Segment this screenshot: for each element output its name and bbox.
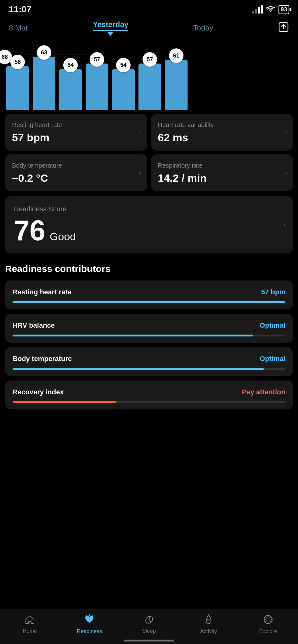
- chart-bars-container: 56635457545761: [3, 41, 295, 110]
- metric-label-temp: Body temperature: [12, 161, 140, 169]
- metric-label-hrv: Heart rate variability: [158, 121, 286, 129]
- chart-bar-1: 63: [33, 57, 55, 110]
- svg-line-8: [266, 617, 267, 618]
- battery-icon: 93: [278, 5, 289, 14]
- contributor-value-0: 57 bpm: [261, 288, 285, 296]
- chart-bar-label-0: 56: [10, 55, 25, 69]
- nav-sleep[interactable]: Sleep: [133, 614, 165, 634]
- progress-fill-1: [13, 335, 253, 336]
- nav-readiness[interactable]: Readiness: [74, 614, 105, 635]
- metric-value-temp: −0.2 °C: [12, 172, 140, 184]
- chart-bar-5: 57: [138, 64, 161, 110]
- wifi-icon: [266, 5, 275, 14]
- contributors-list: Resting heart rate57 bpmHRV balanceOptim…: [5, 280, 293, 409]
- home-icon: [25, 614, 35, 626]
- progress-bg-0: [13, 301, 285, 303]
- metric-card-hrv[interactable]: Heart rate variability 62 ms ›: [151, 114, 293, 151]
- sleep-icon: [144, 614, 154, 626]
- chevron-right-icon: ›: [139, 169, 141, 177]
- contributor-value-2: Optimal: [260, 355, 285, 363]
- readiness-score-card[interactable]: Readiness Score 76 Good ›: [5, 196, 293, 253]
- nav-home[interactable]: Home: [14, 614, 46, 634]
- chart-bar-label-2: 54: [63, 58, 78, 72]
- metric-card-rr[interactable]: Respiratory rate 14.2 / min ›: [151, 154, 293, 191]
- chevron-right-icon: ›: [285, 128, 287, 136]
- readiness-chevron-icon: ›: [283, 221, 285, 229]
- home-indicator: [124, 640, 174, 641]
- share-button[interactable]: [278, 21, 289, 35]
- contributor-card-1[interactable]: HRV balanceOptimal: [5, 314, 293, 343]
- metric-grid: Resting heart rate 57 bpm › Heart rate v…: [0, 110, 298, 195]
- progress-bg-2: [13, 368, 285, 370]
- nav-readiness-label: Readiness: [77, 628, 102, 635]
- chart-bar-fill-5: [138, 64, 161, 110]
- date-current-wrapper: Yesterday: [93, 20, 128, 36]
- chart-bar-fill-1: [33, 57, 55, 110]
- bottom-nav: Home Readiness Sleep Activity: [0, 609, 298, 644]
- progress-bg-1: [13, 335, 285, 336]
- nav-activity[interactable]: Activity: [193, 614, 224, 635]
- contributor-card-2[interactable]: Body temperatureOptimal: [5, 347, 293, 376]
- chart-bar-fill-6: [165, 60, 188, 110]
- contributor-name-1: HRV balance: [13, 321, 55, 330]
- metric-value-hrv: 62 ms: [158, 131, 286, 144]
- progress-bg-3: [13, 401, 285, 403]
- readiness-number: 76: [14, 216, 45, 245]
- chart-bar-4: 54: [112, 69, 135, 110]
- date-next[interactable]: Today: [193, 24, 213, 32]
- metric-value-rhr: 57 bpm: [12, 131, 140, 144]
- nav-explore[interactable]: Explore: [252, 614, 284, 635]
- contributors-title: Readiness contributors: [5, 264, 293, 274]
- status-bar: 11:07 93: [0, 0, 298, 17]
- status-icons: 93: [252, 5, 289, 14]
- contributors-section: Readiness contributors Resting heart rat…: [0, 257, 298, 416]
- nav-activity-label: Activity: [200, 628, 217, 635]
- chart-bar-fill-2: [59, 69, 82, 110]
- contributor-card-0[interactable]: Resting heart rate57 bpm: [5, 280, 293, 309]
- metric-label-rhr: Resting heart rate: [12, 121, 140, 129]
- date-nav: 8 Mar Yesterday Today: [0, 17, 298, 41]
- signal-icon: [252, 5, 263, 14]
- chevron-right-icon: ›: [285, 169, 287, 177]
- chart-bar-label-1: 63: [37, 45, 51, 60]
- contributor-value-3: Pay attention: [242, 388, 285, 396]
- chevron-right-icon: ›: [139, 128, 141, 136]
- svg-line-11: [266, 621, 267, 622]
- contributor-name-2: Body temperature: [13, 355, 72, 363]
- svg-line-10: [270, 617, 271, 618]
- chart-bar-fill-0: [6, 66, 29, 110]
- chart-bar-label-3: 57: [90, 52, 104, 67]
- metric-value-rr: 14.2 / min: [158, 172, 286, 184]
- active-indicator: [107, 32, 114, 36]
- readiness-icon: [84, 614, 95, 626]
- explore-icon: [263, 614, 273, 626]
- status-time: 11:07: [9, 4, 31, 14]
- chart-bar-fill-4: [112, 69, 135, 110]
- progress-fill-0: [13, 301, 285, 303]
- readiness-score-label: Readiness Score: [14, 205, 284, 213]
- nav-explore-label: Explore: [259, 628, 277, 635]
- svg-line-9: [270, 621, 271, 622]
- contributor-card-3[interactable]: Recovery indexPay attention: [5, 380, 293, 409]
- chart-bar-0: 56: [6, 66, 29, 110]
- chart-bar-label-4: 54: [116, 58, 131, 72]
- chart-bar-fill-3: [86, 64, 108, 110]
- chart-bar-6: 61: [165, 60, 188, 110]
- heart-rate-chart: 68 56635457545761: [0, 41, 298, 110]
- progress-fill-2: [13, 368, 264, 370]
- progress-fill-3: [13, 401, 116, 403]
- metric-card-rhr[interactable]: Resting heart rate 57 bpm ›: [5, 114, 147, 151]
- chart-bar-label-5: 57: [143, 52, 157, 67]
- activity-icon: [204, 614, 213, 626]
- chart-bar-3: 57: [86, 64, 108, 110]
- metric-label-rr: Respiratory rate: [158, 161, 286, 169]
- contributor-name-3: Recovery index: [13, 388, 64, 396]
- chart-bar-2: 54: [59, 69, 82, 110]
- readiness-score-value: 76 Good: [14, 216, 284, 245]
- readiness-word: Good: [50, 230, 76, 243]
- metric-card-temp[interactable]: Body temperature −0.2 °C ›: [5, 154, 147, 191]
- contributor-name-0: Resting heart rate: [13, 288, 71, 296]
- date-current[interactable]: Yesterday: [93, 20, 128, 31]
- date-prev[interactable]: 8 Mar: [9, 24, 28, 32]
- nav-sleep-label: Sleep: [142, 628, 156, 634]
